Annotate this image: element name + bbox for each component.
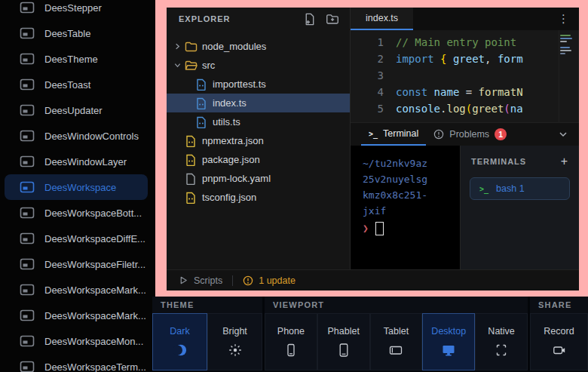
terminal-session-item[interactable]: >_bash 1: [470, 177, 570, 200]
tree-item[interactable]: package.json: [167, 150, 350, 169]
explorer-title: EXPLORER: [179, 14, 231, 23]
terminal-output[interactable]: ~/tu2nkv9az25v2nuyelsgkmz0x8c251-jxif ❯: [351, 146, 460, 269]
sidebar-item[interactable]: DeesWorkspaceTerm...: [5, 354, 148, 372]
code-line: 3: [351, 67, 559, 84]
bright-button[interactable]: Bright: [207, 313, 262, 370]
terminal-cursor: [375, 222, 384, 235]
tree-item[interactable]: utils.ts: [167, 112, 350, 131]
tablet-button[interactable]: Tablet: [370, 313, 423, 370]
phablet-button[interactable]: Phablet: [317, 313, 370, 370]
sidebar-item[interactable]: DeesTheme: [5, 46, 148, 72]
file-icon: [184, 173, 198, 185]
sidebar-item[interactable]: DeesWorkspaceFiletr...: [5, 251, 148, 277]
sidebar-item[interactable]: DeesWorkspace: [5, 174, 148, 200]
editor-overflow-icon[interactable]: ⋮: [548, 8, 579, 30]
code-editor[interactable]: 1// Main entry point2import { greet, for…: [351, 30, 579, 122]
json-file-icon: [184, 135, 198, 147]
sidebar-item[interactable]: DeesWorkspaceBott...: [5, 200, 148, 226]
tree-item-label: node_modules: [202, 41, 266, 52]
tree-item[interactable]: npmextra.json: [167, 131, 350, 150]
add-terminal-button[interactable]: +: [561, 155, 568, 168]
terminals-panel: TERMINALS + >_bash 1: [460, 146, 579, 269]
explorer-header: EXPLORER: [167, 8, 350, 30]
workspace-main: EXPLORER node_modulessrcimporttest.tsind…: [167, 8, 579, 269]
terminal-icon: >_: [479, 185, 488, 193]
component-icon: [20, 155, 35, 168]
toolbar-section-title: VIEWPORT: [265, 297, 528, 313]
tree-item-label: src: [202, 60, 215, 71]
terminal-line: jxif: [363, 203, 455, 219]
panel-body: ~/tu2nkv9az25v2nuyelsgkmz0x8c251-jxif ❯ …: [351, 146, 579, 269]
button-label: Bright: [222, 326, 247, 337]
tree-item[interactable]: node_modules: [167, 37, 350, 56]
tree-item-label: utils.ts: [213, 116, 240, 128]
component-icon: [20, 103, 35, 117]
sidebar-item[interactable]: DeesToast: [5, 72, 148, 97]
phone-button[interactable]: Phone: [265, 313, 317, 370]
code-line: 4const name = formatN: [351, 84, 559, 100]
tree-item[interactable]: index.ts: [167, 94, 350, 112]
tree-item-label: importtest.ts: [213, 78, 266, 90]
sidebar-item[interactable]: DeesWindowLayer: [5, 149, 148, 174]
component-sidebar: DeesStepperDeesTableDeesThemeDeesToastDe…: [0, 0, 152, 372]
native-button[interactable]: Native: [475, 313, 528, 370]
sidebar-item[interactable]: DeesWorkspaceMon...: [5, 328, 148, 354]
line-number: 5: [351, 100, 396, 117]
tree-item[interactable]: src: [167, 56, 350, 75]
dark-button[interactable]: Dark: [152, 313, 207, 370]
tab-label: index.ts: [366, 13, 398, 23]
terminal-icon: >_: [369, 130, 378, 138]
dees-workspace: EXPLORER node_modulessrcimporttest.tsind…: [167, 8, 579, 291]
workspace-statusbar: Scripts 1 update: [167, 269, 579, 291]
explorer-panel: EXPLORER node_modulessrcimporttest.tsind…: [167, 8, 351, 269]
tree-item[interactable]: pnpm-lock.yaml: [167, 169, 350, 188]
tablet-icon: [388, 343, 403, 358]
component-list: DeesStepperDeesTableDeesThemeDeesToastDe…: [0, 0, 152, 372]
sidebar-item[interactable]: DeesWorkspaceDiffE...: [5, 226, 148, 251]
terminals-title: TERMINALS: [471, 157, 526, 166]
sidebar-item-label: DeesUpdater: [44, 105, 103, 116]
sidebar-item-label: DeesWorkspaceMon...: [44, 336, 143, 347]
component-icon: [20, 180, 35, 194]
desktop-button[interactable]: Desktop: [422, 313, 475, 370]
new-folder-icon[interactable]: [326, 13, 339, 25]
update-icon: [243, 275, 253, 286]
component-icon: [20, 257, 35, 271]
problems-badge: 1: [495, 128, 507, 140]
editor-tabbar: index.ts ⋮: [351, 8, 579, 30]
sidebar-item[interactable]: DeesWorkspaceMark...: [5, 303, 148, 328]
tab-terminal[interactable]: >_ Terminal: [361, 123, 426, 146]
new-file-icon[interactable]: [303, 13, 316, 26]
sidebar-item[interactable]: DeesWorkspaceMark...: [5, 277, 148, 303]
component-icon: [20, 283, 35, 297]
tab-problems[interactable]: Problems 1: [426, 123, 514, 146]
tree-item[interactable]: importtest.ts: [167, 75, 350, 94]
terminal-line: ~/tu2nkv9az: [363, 155, 455, 171]
terminal-prompt-line: ❯: [363, 220, 455, 236]
sidebar-item[interactable]: DeesUpdater: [5, 97, 148, 123]
button-label: Dark: [170, 326, 189, 337]
panel-collapse-icon[interactable]: [558, 123, 568, 146]
sidebar-item[interactable]: DeesStepper: [5, 0, 148, 20]
code-lines: 1// Main entry point2import { greet, for…: [351, 30, 559, 122]
component-icon: [20, 129, 35, 143]
tree-item[interactable]: tsconfig.json: [167, 188, 350, 207]
component-icon: [20, 232, 35, 245]
folder-icon: [184, 60, 198, 71]
component-icon: [20, 360, 35, 372]
sidebar-item[interactable]: DeesTable: [5, 20, 148, 46]
sidebar-item-label: DeesWorkspaceFiletr...: [44, 259, 145, 270]
record-button[interactable]: Record: [530, 313, 588, 370]
terminal-prompt: ❯: [363, 220, 369, 236]
scripts-button[interactable]: Scripts: [179, 275, 222, 286]
chevron-down-icon: [171, 61, 184, 69]
minimap[interactable]: [559, 30, 579, 122]
terminal-tab-label: Terminal: [383, 128, 418, 139]
update-button[interactable]: 1 update: [243, 275, 296, 286]
json-file-icon: [184, 154, 198, 166]
tab-index-ts[interactable]: index.ts: [351, 8, 413, 30]
desktop-icon: [441, 343, 456, 358]
code-line: 5console.log(greet(na: [351, 100, 559, 117]
button-label: Record: [544, 326, 574, 337]
sidebar-item[interactable]: DeesWindowControls: [5, 123, 148, 149]
